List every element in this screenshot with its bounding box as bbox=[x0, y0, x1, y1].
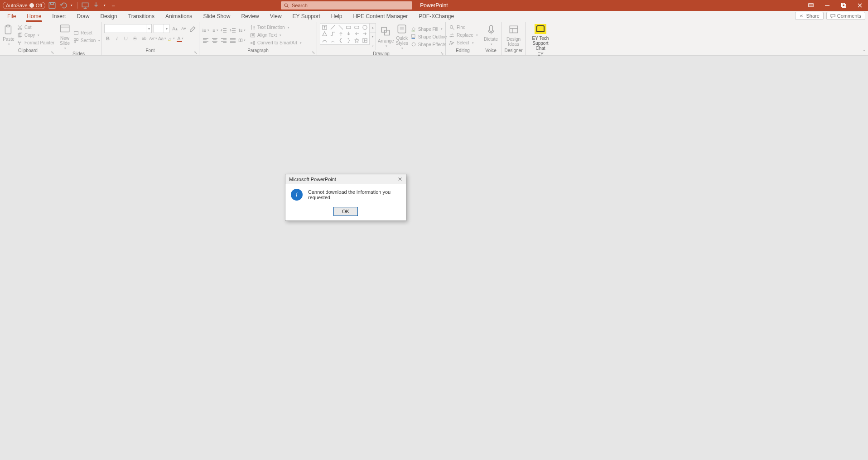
present-icon[interactable] bbox=[81, 1, 89, 10]
comments-button[interactable]: Comments bbox=[826, 12, 865, 20]
shape-arrow-left-icon bbox=[353, 31, 361, 37]
tab-insert[interactable]: Insert bbox=[47, 10, 71, 22]
svg-point-19 bbox=[203, 30, 203, 30]
shape-triangle-icon bbox=[321, 31, 328, 37]
minimize-button[interactable] bbox=[819, 0, 835, 11]
group-font-label: Font⤡ bbox=[101, 48, 199, 55]
clear-formatting-button[interactable] bbox=[189, 25, 196, 32]
find-button[interactable]: Find bbox=[448, 24, 479, 31]
line-spacing-button[interactable] bbox=[238, 27, 246, 34]
save-icon[interactable] bbox=[48, 1, 56, 10]
bold-button[interactable]: B bbox=[104, 35, 111, 42]
dialog-close-button[interactable] bbox=[396, 175, 404, 183]
tab-ey-support[interactable]: EY Support bbox=[287, 10, 326, 22]
tab-help[interactable]: Help bbox=[326, 10, 348, 22]
new-slide-button[interactable]: New Slide bbox=[59, 23, 71, 50]
select-button[interactable]: Select bbox=[448, 39, 479, 47]
justify-button[interactable] bbox=[229, 37, 236, 44]
arrange-button[interactable]: Arrange bbox=[378, 23, 394, 50]
align-right-button[interactable] bbox=[220, 37, 227, 44]
quick-styles-button[interactable]: Quick Styles bbox=[396, 23, 408, 50]
gallery-scroll-down-icon[interactable]: ▾ bbox=[370, 33, 376, 42]
font-name-combo[interactable]: ▾ bbox=[104, 24, 152, 33]
convert-smartart-button[interactable]: Convert to SmartArt bbox=[249, 39, 303, 47]
share-button[interactable]: Share bbox=[795, 12, 823, 20]
dialog-ok-button[interactable]: OK bbox=[333, 207, 358, 216]
text-direction-button[interactable]: Text Direction bbox=[249, 24, 303, 31]
gallery-scroll-up-icon[interactable]: ▴ bbox=[370, 24, 376, 33]
increase-font-size-button[interactable]: A▴ bbox=[171, 25, 178, 32]
tab-home[interactable]: Home bbox=[21, 10, 47, 22]
shape-curve-icon bbox=[321, 38, 328, 43]
numbering-button[interactable] bbox=[211, 27, 218, 34]
underline-button[interactable]: U bbox=[122, 35, 130, 42]
tab-file[interactable]: File bbox=[2, 10, 21, 22]
dictate-button[interactable]: Dictate bbox=[483, 23, 499, 47]
close-button[interactable] bbox=[852, 0, 868, 11]
paste-button[interactable]: Paste bbox=[3, 23, 14, 47]
bullets-button[interactable] bbox=[202, 27, 209, 34]
ey-tech-support-button[interactable]: EY Tech Support Chat bbox=[528, 23, 553, 51]
svg-rect-33 bbox=[411, 31, 415, 32]
tab-design[interactable]: Design bbox=[95, 10, 122, 22]
svg-rect-12 bbox=[60, 25, 69, 32]
touch-dropdown-icon[interactable]: ▾ bbox=[103, 1, 106, 10]
tab-hpe-content-manager[interactable]: HPE Content Manager bbox=[347, 10, 413, 22]
autosave-toggle[interactable]: AutoSave Off bbox=[3, 2, 45, 9]
italic-button[interactable]: I bbox=[113, 35, 121, 42]
maximize-button[interactable] bbox=[835, 0, 852, 11]
undo-icon[interactable] bbox=[59, 1, 67, 10]
align-center-button[interactable] bbox=[211, 37, 218, 44]
cut-button[interactable]: Cut bbox=[16, 24, 55, 31]
decrease-font-size-button[interactable]: A▾ bbox=[180, 25, 188, 32]
shape-circle-icon bbox=[361, 24, 368, 30]
shape-roundrect-icon bbox=[353, 24, 361, 30]
replace-button[interactable]: Replace bbox=[448, 32, 479, 39]
format-painter-button[interactable]: Format Painter bbox=[16, 39, 55, 47]
dictate-icon bbox=[485, 24, 497, 36]
reset-button[interactable]: Reset bbox=[72, 29, 101, 37]
tab-transitions[interactable]: Transitions bbox=[123, 10, 160, 22]
tab-pdf-xchange[interactable]: PDF-XChange bbox=[413, 10, 459, 22]
undo-dropdown-icon[interactable]: ▾ bbox=[70, 1, 73, 10]
tab-animations[interactable]: Animations bbox=[160, 10, 198, 22]
paragraph-launcher-icon[interactable]: ⤡ bbox=[311, 50, 316, 55]
decrease-indent-button[interactable] bbox=[220, 27, 227, 34]
text-highlight-button[interactable] bbox=[168, 35, 175, 42]
font-size-combo[interactable]: ▾ bbox=[154, 24, 169, 33]
character-spacing-button[interactable]: AV bbox=[149, 35, 157, 42]
font-launcher-icon[interactable]: ⤡ bbox=[193, 50, 198, 55]
shapes-gallery[interactable] bbox=[320, 23, 370, 45]
ribbon-display-options-icon[interactable] bbox=[803, 0, 819, 11]
change-case-button[interactable]: Aa bbox=[159, 35, 166, 42]
text-shadow-button[interactable]: ab bbox=[140, 35, 148, 42]
strikethrough-button[interactable]: S bbox=[131, 35, 139, 42]
tabstrip-right-buttons: Share Comments bbox=[795, 12, 865, 20]
customize-qat-icon[interactable]: ═ bbox=[109, 1, 117, 10]
align-left-button[interactable] bbox=[202, 37, 209, 44]
tab-view[interactable]: View bbox=[265, 10, 287, 22]
clipboard-launcher-icon[interactable]: ⤡ bbox=[50, 50, 55, 55]
search-box[interactable]: Search bbox=[281, 1, 412, 10]
dialog-titlebar[interactable]: Microsoft PowerPoint bbox=[285, 174, 406, 184]
align-text-button[interactable]: Align Text bbox=[249, 32, 303, 39]
collapse-ribbon-icon[interactable]: ˄ bbox=[863, 49, 865, 54]
gallery-more-icon[interactable]: ▿ bbox=[370, 41, 376, 50]
columns-button[interactable] bbox=[238, 37, 246, 44]
design-ideas-button[interactable]: Design Ideas bbox=[505, 23, 522, 47]
shape-rect-icon bbox=[345, 24, 352, 30]
increase-indent-button[interactable] bbox=[229, 27, 236, 34]
section-button[interactable]: Section bbox=[72, 37, 101, 44]
tab-draw[interactable]: Draw bbox=[71, 10, 95, 22]
copy-button[interactable]: Copy bbox=[16, 32, 55, 39]
svg-point-2 bbox=[285, 4, 287, 6]
svg-rect-16 bbox=[74, 41, 76, 43]
drawing-launcher-icon[interactable]: ⤡ bbox=[440, 51, 444, 56]
select-label: Select bbox=[457, 40, 469, 45]
group-slides: New Slide Reset Section Slides bbox=[56, 22, 101, 55]
tab-slideshow[interactable]: Slide Show bbox=[198, 10, 236, 22]
touch-mode-icon[interactable] bbox=[92, 1, 100, 10]
font-color-button[interactable]: A bbox=[177, 35, 184, 42]
tab-review[interactable]: Review bbox=[236, 10, 264, 22]
svg-rect-35 bbox=[411, 38, 415, 39]
